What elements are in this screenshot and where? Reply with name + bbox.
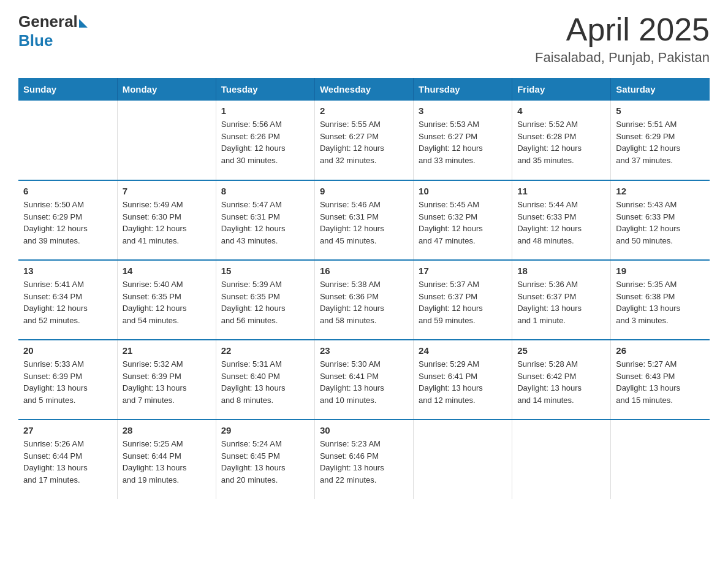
title-area: April 2025 Faisalabad, Punjab, Pakistan: [535, 12, 710, 66]
day-info: Sunrise: 5:47 AM Sunset: 6:31 PM Dayligh…: [221, 199, 309, 247]
day-cell: 2Sunrise: 5:55 AM Sunset: 6:27 PM Daylig…: [314, 101, 413, 180]
day-info: Sunrise: 5:51 AM Sunset: 6:29 PM Dayligh…: [616, 118, 705, 166]
day-cell: [414, 419, 512, 499]
day-number: 12: [616, 186, 705, 196]
day-cell: [18, 101, 117, 180]
day-cell: 13Sunrise: 5:41 AM Sunset: 6:34 PM Dayli…: [18, 260, 117, 340]
calendar-table: SundayMondayTuesdayWednesdayThursdayFrid…: [18, 78, 710, 499]
header-row: SundayMondayTuesdayWednesdayThursdayFrid…: [18, 78, 710, 101]
logo: General Blue: [18, 12, 88, 50]
day-number: 21: [123, 345, 211, 356]
day-info: Sunrise: 5:37 AM Sunset: 6:37 PM Dayligh…: [419, 278, 507, 326]
day-cell: 16Sunrise: 5:38 AM Sunset: 6:36 PM Dayli…: [314, 260, 413, 340]
day-cell: 8Sunrise: 5:47 AM Sunset: 6:31 PM Daylig…: [216, 180, 314, 260]
day-info: Sunrise: 5:35 AM Sunset: 6:38 PM Dayligh…: [616, 278, 705, 326]
day-number: 4: [517, 105, 605, 116]
day-cell: [117, 101, 216, 180]
day-cell: 19Sunrise: 5:35 AM Sunset: 6:38 PM Dayli…: [611, 260, 710, 340]
day-number: 22: [221, 345, 309, 356]
day-info: Sunrise: 5:28 AM Sunset: 6:42 PM Dayligh…: [517, 358, 605, 406]
day-number: 26: [616, 345, 705, 356]
day-number: 14: [123, 266, 211, 276]
day-number: 30: [320, 425, 408, 435]
day-info: Sunrise: 5:23 AM Sunset: 6:46 PM Dayligh…: [320, 438, 408, 486]
day-cell: 23Sunrise: 5:30 AM Sunset: 6:41 PM Dayli…: [314, 340, 413, 419]
day-cell: 25Sunrise: 5:28 AM Sunset: 6:42 PM Dayli…: [512, 340, 611, 419]
logo-general-text: General: [18, 12, 78, 31]
day-cell: 1Sunrise: 5:56 AM Sunset: 6:26 PM Daylig…: [216, 101, 314, 180]
day-number: 17: [419, 266, 507, 276]
day-info: Sunrise: 5:46 AM Sunset: 6:31 PM Dayligh…: [320, 199, 408, 247]
day-info: Sunrise: 5:27 AM Sunset: 6:43 PM Dayligh…: [616, 358, 705, 406]
page-title: April 2025: [535, 12, 710, 47]
header-tuesday: Tuesday: [216, 78, 314, 101]
day-number: 8: [221, 186, 309, 196]
day-cell: [512, 419, 611, 499]
day-info: Sunrise: 5:38 AM Sunset: 6:36 PM Dayligh…: [320, 278, 408, 326]
day-cell: 24Sunrise: 5:29 AM Sunset: 6:41 PM Dayli…: [414, 340, 512, 419]
day-info: Sunrise: 5:26 AM Sunset: 6:44 PM Dayligh…: [23, 438, 112, 486]
day-cell: 4Sunrise: 5:52 AM Sunset: 6:28 PM Daylig…: [512, 101, 611, 180]
day-cell: 18Sunrise: 5:36 AM Sunset: 6:37 PM Dayli…: [512, 260, 611, 340]
day-info: Sunrise: 5:32 AM Sunset: 6:39 PM Dayligh…: [123, 358, 211, 406]
day-cell: 7Sunrise: 5:49 AM Sunset: 6:30 PM Daylig…: [117, 180, 216, 260]
day-cell: 20Sunrise: 5:33 AM Sunset: 6:39 PM Dayli…: [18, 340, 117, 419]
header-friday: Friday: [512, 78, 611, 101]
day-number: 10: [419, 186, 507, 196]
day-number: 11: [517, 186, 605, 196]
day-info: Sunrise: 5:25 AM Sunset: 6:44 PM Dayligh…: [123, 438, 211, 486]
day-cell: 28Sunrise: 5:25 AM Sunset: 6:44 PM Dayli…: [117, 419, 216, 499]
header-saturday: Saturday: [611, 78, 710, 101]
day-info: Sunrise: 5:52 AM Sunset: 6:28 PM Dayligh…: [517, 118, 605, 166]
day-info: Sunrise: 5:29 AM Sunset: 6:41 PM Dayligh…: [419, 358, 507, 406]
calendar-header: SundayMondayTuesdayWednesdayThursdayFrid…: [18, 78, 710, 101]
day-info: Sunrise: 5:50 AM Sunset: 6:29 PM Dayligh…: [23, 199, 112, 247]
logo-blue-text: Blue: [18, 31, 53, 50]
day-number: 6: [23, 186, 112, 196]
day-number: 9: [320, 186, 408, 196]
day-number: 20: [23, 345, 112, 356]
day-cell: 10Sunrise: 5:45 AM Sunset: 6:32 PM Dayli…: [414, 180, 512, 260]
day-number: 5: [616, 105, 705, 116]
day-cell: 29Sunrise: 5:24 AM Sunset: 6:45 PM Dayli…: [216, 419, 314, 499]
day-number: 13: [23, 266, 112, 276]
day-cell: 21Sunrise: 5:32 AM Sunset: 6:39 PM Dayli…: [117, 340, 216, 419]
day-info: Sunrise: 5:56 AM Sunset: 6:26 PM Dayligh…: [221, 118, 309, 166]
week-row-2: 6Sunrise: 5:50 AM Sunset: 6:29 PM Daylig…: [18, 180, 710, 260]
day-number: 1: [221, 105, 309, 116]
day-number: 19: [616, 266, 705, 276]
day-number: 25: [517, 345, 605, 356]
week-row-5: 27Sunrise: 5:26 AM Sunset: 6:44 PM Dayli…: [18, 419, 710, 499]
day-cell: 9Sunrise: 5:46 AM Sunset: 6:31 PM Daylig…: [314, 180, 413, 260]
day-info: Sunrise: 5:49 AM Sunset: 6:30 PM Dayligh…: [123, 199, 211, 247]
page-header: General Blue April 2025 Faisalabad, Punj…: [18, 12, 710, 66]
week-row-3: 13Sunrise: 5:41 AM Sunset: 6:34 PM Dayli…: [18, 260, 710, 340]
day-cell: 30Sunrise: 5:23 AM Sunset: 6:46 PM Dayli…: [314, 419, 413, 499]
day-number: 28: [123, 425, 211, 435]
day-cell: 27Sunrise: 5:26 AM Sunset: 6:44 PM Dayli…: [18, 419, 117, 499]
day-cell: 11Sunrise: 5:44 AM Sunset: 6:33 PM Dayli…: [512, 180, 611, 260]
day-cell: [611, 419, 710, 499]
day-number: 24: [419, 345, 507, 356]
day-info: Sunrise: 5:40 AM Sunset: 6:35 PM Dayligh…: [123, 278, 211, 326]
day-cell: 26Sunrise: 5:27 AM Sunset: 6:43 PM Dayli…: [611, 340, 710, 419]
day-info: Sunrise: 5:24 AM Sunset: 6:45 PM Dayligh…: [221, 438, 309, 486]
week-row-4: 20Sunrise: 5:33 AM Sunset: 6:39 PM Dayli…: [18, 340, 710, 419]
day-cell: 3Sunrise: 5:53 AM Sunset: 6:27 PM Daylig…: [414, 101, 512, 180]
calendar-body: 1Sunrise: 5:56 AM Sunset: 6:26 PM Daylig…: [18, 101, 710, 499]
day-number: 27: [23, 425, 112, 435]
header-wednesday: Wednesday: [314, 78, 413, 101]
day-number: 23: [320, 345, 408, 356]
day-number: 2: [320, 105, 408, 116]
subtitle: Faisalabad, Punjab, Pakistan: [535, 50, 710, 66]
day-info: Sunrise: 5:55 AM Sunset: 6:27 PM Dayligh…: [320, 118, 408, 166]
day-number: 16: [320, 266, 408, 276]
header-monday: Monday: [117, 78, 216, 101]
header-thursday: Thursday: [414, 78, 512, 101]
day-cell: 22Sunrise: 5:31 AM Sunset: 6:40 PM Dayli…: [216, 340, 314, 419]
day-info: Sunrise: 5:41 AM Sunset: 6:34 PM Dayligh…: [23, 278, 112, 326]
day-cell: 5Sunrise: 5:51 AM Sunset: 6:29 PM Daylig…: [611, 101, 710, 180]
day-info: Sunrise: 5:44 AM Sunset: 6:33 PM Dayligh…: [517, 199, 605, 247]
header-sunday: Sunday: [18, 78, 117, 101]
week-row-1: 1Sunrise: 5:56 AM Sunset: 6:26 PM Daylig…: [18, 101, 710, 180]
